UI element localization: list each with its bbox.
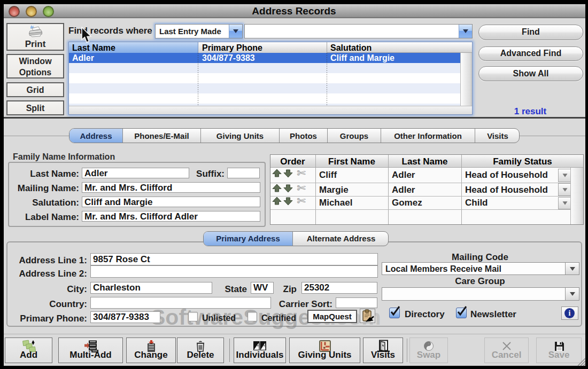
svg-text:✄: ✄ bbox=[297, 197, 306, 206]
svg-text:✄: ✄ bbox=[297, 184, 306, 193]
svg-text:✄: ✄ bbox=[297, 169, 306, 178]
